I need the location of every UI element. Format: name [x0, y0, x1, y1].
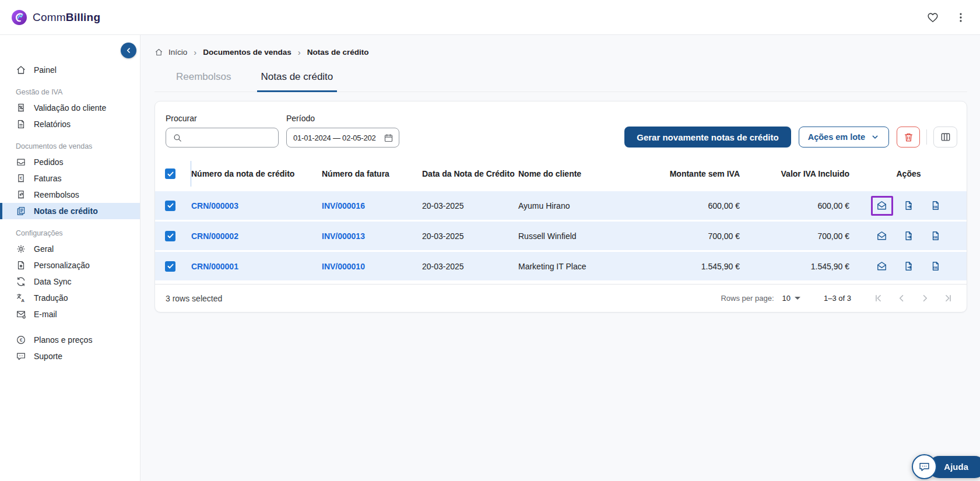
- tab-notas-de-credito[interactable]: Notas de crédito: [257, 71, 338, 92]
- export-file-action[interactable]: [898, 257, 920, 276]
- breadcrumb-notas-de-credito: Notas de crédito: [307, 48, 369, 57]
- send-email-action[interactable]: [871, 226, 893, 246]
- credit-note-date: 20-03-2025: [422, 231, 518, 241]
- chevron-down-icon: [870, 132, 880, 142]
- sidebar-item-relatorios[interactable]: Relatórios: [0, 116, 140, 132]
- next-page-button[interactable]: [918, 292, 932, 306]
- send-email-action[interactable]: [871, 257, 893, 276]
- sidebar-collapse-button[interactable]: [121, 43, 136, 58]
- sidebar-item-suporte[interactable]: Suporte: [0, 348, 140, 364]
- xml-file-icon: [930, 261, 941, 272]
- xml-file-action[interactable]: [925, 196, 947, 216]
- regenerate-credit-notes-button[interactable]: Gerar novamente notas de crédito: [624, 127, 791, 148]
- first-page-button[interactable]: [871, 292, 885, 306]
- sidebar-item-geral[interactable]: Geral: [0, 241, 140, 257]
- rows-per-page-label: Rows per page:: [721, 294, 774, 303]
- customer-name: Ayumu Hirano: [518, 201, 655, 210]
- help-label: Ajuda: [944, 462, 968, 472]
- sidebar-item-notas-de-credito[interactable]: Notas de crédito: [0, 203, 140, 219]
- brand-logo[interactable]: CommBilling: [11, 9, 100, 26]
- credit-notes-panel: Procurar Período Gerar novamente notas d…: [154, 101, 967, 313]
- check-icon: [167, 232, 174, 240]
- toolbar-actions: Gerar novamente notas de crédito Ações e…: [624, 127, 957, 148]
- row-checkbox[interactable]: [165, 261, 175, 272]
- breadcrumb: Início › Documentos de vendas › Notas de…: [154, 48, 967, 57]
- gear-icon: [16, 244, 26, 254]
- xml-file-action[interactable]: [925, 226, 947, 246]
- sidebar-item-label: Pedidos: [34, 157, 64, 167]
- columns-button[interactable]: [933, 127, 957, 148]
- translate-icon: [16, 293, 26, 303]
- sidebar-item-label: Planos e preços: [34, 335, 92, 345]
- first-page-icon: [873, 293, 884, 304]
- select-all-checkbox[interactable]: [165, 168, 175, 179]
- column-header-amount-incl-vat[interactable]: Valor IVA Incluido: [740, 169, 849, 178]
- toolbar: Procurar Período Gerar novamente notas d…: [155, 101, 967, 156]
- commbilling-logo-icon: [11, 9, 27, 26]
- sidebar-item-personalizacao[interactable]: Personalização: [0, 257, 140, 273]
- period-input[interactable]: [286, 128, 399, 148]
- column-header-credit-note-date[interactable]: Data da Nota de Crédito: [422, 169, 518, 178]
- bulk-actions-button[interactable]: Ações em lote: [799, 127, 889, 148]
- delete-button[interactable]: [897, 127, 920, 148]
- heart-icon[interactable]: [926, 11, 939, 24]
- search-input[interactable]: [166, 128, 279, 148]
- trash-icon: [903, 132, 914, 143]
- sidebar-item-planos-e-precos[interactable]: Planos e preços: [0, 332, 140, 348]
- amount-excl-vat: 700,00 €: [655, 231, 740, 241]
- last-page-button[interactable]: [941, 292, 955, 306]
- sidebar-item-data-sync[interactable]: Data Sync: [0, 273, 140, 290]
- sidebar-item-label: Painel: [34, 65, 57, 75]
- period-field: Período: [286, 114, 399, 148]
- sidebar-item-label: Relatórios: [34, 120, 71, 129]
- amount-excl-vat: 600,00 €: [655, 201, 740, 210]
- export-file-action[interactable]: [898, 196, 920, 216]
- row-checkbox[interactable]: [165, 231, 175, 241]
- chevron-right-separator: ›: [192, 48, 198, 57]
- invoice-link[interactable]: INV/000016: [322, 201, 365, 210]
- credit-note-link[interactable]: CRN/000001: [191, 262, 238, 271]
- sidebar-item-faturas[interactable]: Faturas: [0, 170, 140, 187]
- sidebar-item-painel[interactable]: Painel: [0, 62, 140, 78]
- send-email-action-highlighted[interactable]: [871, 196, 893, 216]
- xml-file-action[interactable]: [925, 257, 947, 276]
- previous-page-button[interactable]: [894, 292, 908, 306]
- sidebar-item-email[interactable]: E-mail: [0, 306, 140, 322]
- bulk-actions-label: Ações em lote: [808, 132, 865, 142]
- column-header-amount-excl-vat[interactable]: Montante sem IVA: [655, 169, 740, 178]
- table-header-row: Número da nota de crédito Número da fatu…: [155, 158, 967, 189]
- credit-note-link[interactable]: CRN/000003: [191, 201, 238, 210]
- export-file-icon: [903, 230, 914, 241]
- help-button[interactable]: Ajuda: [912, 454, 980, 479]
- period-value[interactable]: [293, 134, 381, 142]
- sidebar-item-reembolsos[interactable]: Reembolsos: [0, 187, 140, 203]
- pagination: Rows per page: 10 1–3 of 3: [721, 292, 955, 306]
- column-header-customer-name[interactable]: Nome do cliente: [518, 169, 655, 178]
- kebab-menu-icon[interactable]: [954, 11, 967, 24]
- export-file-action[interactable]: [898, 226, 920, 246]
- credit-notes-table: Número da nota de crédito Número da fatu…: [155, 158, 967, 312]
- rows-per-page-select[interactable]: 10: [782, 294, 800, 303]
- table-row: CRN/000002 INV/000013 20-03-2025 Russell…: [155, 222, 967, 250]
- credit-note-link[interactable]: CRN/000002: [191, 231, 238, 241]
- search-label: Procurar: [166, 114, 279, 123]
- sidebar-item-validacao-do-cliente[interactable]: Validação do cliente: [0, 100, 140, 116]
- sidebar-section-documentos-de-vendas: Documentos de vendas: [16, 142, 140, 150]
- breadcrumb-documentos-de-vendas[interactable]: Documentos de vendas: [203, 48, 291, 57]
- invoice-link[interactable]: INV/000013: [322, 231, 365, 241]
- tab-reembolsos[interactable]: Reembolsos: [172, 71, 236, 92]
- column-header-credit-note-number[interactable]: Número da nota de crédito: [191, 169, 322, 178]
- column-header-invoice-number[interactable]: Número da fatura: [322, 169, 422, 178]
- sidebar-item-traducao[interactable]: Tradução: [0, 290, 140, 306]
- invoices-icon: [16, 173, 26, 184]
- credit-note-date: 20-03-2025: [422, 201, 518, 210]
- column-header-actions: Ações: [849, 169, 967, 178]
- customer-name: Russell Winfield: [518, 231, 655, 241]
- invoice-link[interactable]: INV/000010: [322, 262, 365, 271]
- sidebar-item-pedidos[interactable]: Pedidos: [0, 154, 140, 170]
- email-gear-icon: [16, 309, 26, 320]
- breadcrumb-inicio[interactable]: Início: [168, 48, 187, 57]
- last-page-icon: [943, 293, 954, 304]
- row-checkbox[interactable]: [165, 201, 175, 211]
- search-text-input[interactable]: [187, 134, 273, 142]
